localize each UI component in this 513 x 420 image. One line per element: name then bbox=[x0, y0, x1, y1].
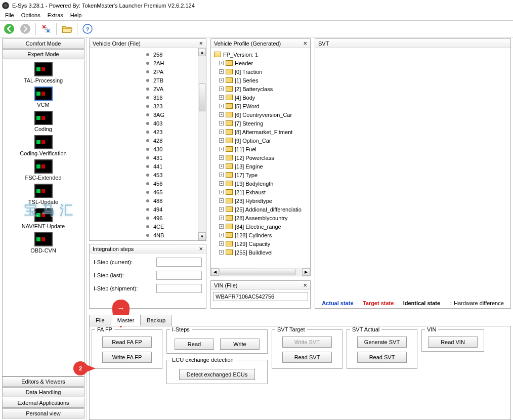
vo-item[interactable]: 2VA bbox=[91, 85, 205, 93]
close-icon[interactable]: × bbox=[199, 39, 203, 47]
sidebar-item-7[interactable]: OBD-CVN bbox=[4, 232, 83, 254]
detect-ecus-button[interactable]: Detect exchanged ECUs bbox=[179, 369, 255, 380]
nav-button-editors[interactable]: Editors & Viewers bbox=[2, 376, 84, 387]
vo-item[interactable]: 465 bbox=[91, 188, 205, 196]
isteps-write-button[interactable]: Write bbox=[220, 339, 260, 350]
vo-item[interactable]: 431 bbox=[91, 153, 205, 162]
read-svt-actual-button[interactable]: Read SVT bbox=[357, 352, 407, 363]
vo-item[interactable]: 323 bbox=[91, 102, 205, 110]
vp-item[interactable]: +[5] EWord bbox=[212, 102, 309, 110]
write-fa-fp-button[interactable]: Write FA FP bbox=[102, 352, 152, 363]
vo-item[interactable]: 316 bbox=[91, 93, 205, 102]
vp-item[interactable]: +[6] Countryversion_Car bbox=[212, 110, 309, 119]
vp-item[interactable]: +[0] Traction bbox=[212, 67, 309, 76]
vp-item[interactable]: +[21] Exhaust bbox=[212, 188, 309, 196]
read-svt-target-button[interactable]: Read SVT bbox=[282, 352, 332, 363]
istep-input-0[interactable] bbox=[156, 258, 202, 267]
menu-help[interactable]: Help bbox=[67, 11, 85, 20]
sidebar-item-0[interactable]: TAL-Processing bbox=[4, 62, 83, 83]
generate-svt-button[interactable]: Generate SVT bbox=[357, 337, 407, 348]
vp-item[interactable]: +[7] Steering bbox=[212, 119, 309, 128]
vo-item[interactable]: 4CE bbox=[91, 222, 205, 231]
read-vin-button[interactable]: Read VIN bbox=[428, 337, 478, 348]
vp-item[interactable]: +[19] Bodylength bbox=[212, 179, 309, 188]
istep-input-1[interactable] bbox=[156, 271, 202, 280]
menu-file[interactable]: File bbox=[2, 11, 17, 20]
vo-item[interactable]: 430 bbox=[91, 145, 205, 153]
vo-item[interactable]: 453 bbox=[91, 171, 205, 179]
open-folder-button[interactable] bbox=[60, 22, 74, 36]
vp-item[interactable]: +[17] Type bbox=[212, 171, 309, 179]
istep-label: I-Step (current): bbox=[94, 259, 133, 265]
vp-item[interactable]: +Header bbox=[212, 59, 309, 67]
back-button[interactable] bbox=[2, 22, 16, 36]
vo-item[interactable]: 494 bbox=[91, 205, 205, 214]
connect-button[interactable] bbox=[39, 22, 53, 36]
sidebar-item-1[interactable]: VCM bbox=[4, 87, 83, 108]
vin-legend: VIN bbox=[425, 326, 438, 332]
vo-item[interactable]: 2TB bbox=[91, 76, 205, 85]
sidebar-item-5[interactable]: TSL-Update bbox=[4, 184, 83, 205]
vo-item[interactable]: 2AH bbox=[91, 59, 205, 67]
svg-point-1 bbox=[20, 24, 30, 34]
vp-item[interactable]: +[34] Electric_range bbox=[212, 222, 309, 231]
vp-item[interactable]: +[23] Hybridtype bbox=[212, 196, 309, 205]
mode-button-comfort[interactable]: Comfort Mode bbox=[2, 38, 84, 49]
menu-options[interactable]: Options bbox=[18, 11, 44, 20]
vehicle-profile-tree[interactable]: FP_Version: 1+Header+[0] Traction+[1] Se… bbox=[211, 48, 310, 259]
vo-item[interactable]: 3AG bbox=[91, 110, 205, 119]
sidebar-item-2[interactable]: Coding bbox=[4, 111, 83, 132]
close-icon[interactable]: × bbox=[303, 281, 307, 289]
vp-item[interactable]: +[12] Powerclass bbox=[212, 153, 309, 162]
vehicle-profile-panel: Vehicle Profile (Generated) × FP_Version… bbox=[210, 38, 311, 276]
mode-button-expert[interactable]: Expert Mode bbox=[2, 49, 84, 59]
vo-item[interactable]: 423 bbox=[91, 128, 205, 136]
vp-item[interactable]: +[255] Buildlevel bbox=[212, 248, 309, 257]
vo-item[interactable]: 428 bbox=[91, 136, 205, 145]
vo-item[interactable]: 441 bbox=[91, 162, 205, 171]
vehicle-order-tree[interactable]: 2582AH2PA2TB2VA3163233AG4034234284304314… bbox=[90, 48, 206, 240]
vo-item[interactable]: 4NB bbox=[91, 231, 205, 239]
nav-button-personal[interactable]: Personal view bbox=[2, 408, 84, 418]
vo-item[interactable]: 258 bbox=[91, 50, 205, 59]
nav-button-data[interactable]: Data Handling bbox=[2, 387, 84, 397]
tab-backup[interactable]: Backup bbox=[140, 315, 172, 326]
read-fa-fp-button[interactable]: Read FA FP bbox=[102, 337, 152, 348]
vp-item[interactable]: +[129] Capacity bbox=[212, 239, 309, 248]
sidebar-item-6[interactable]: NAV/ENT-Update bbox=[4, 208, 83, 229]
nav-button-external[interactable]: External Applications bbox=[2, 398, 84, 408]
sidebar-item-4[interactable]: FSC-Extended bbox=[4, 159, 83, 181]
vo-item[interactable]: 2PA bbox=[91, 67, 205, 76]
help-button[interactable]: ? bbox=[80, 22, 95, 36]
vp-item[interactable]: +[1] Series bbox=[212, 76, 309, 85]
vo-item[interactable]: 403 bbox=[91, 119, 205, 128]
vcm-tabs: File Master Backup bbox=[89, 315, 172, 326]
vo-item[interactable]: 488 bbox=[91, 196, 205, 205]
vp-item[interactable]: +[2] Batteryclass bbox=[212, 85, 309, 93]
isteps-read-button[interactable]: Read bbox=[175, 339, 214, 350]
vo-item[interactable]: 496 bbox=[91, 214, 205, 222]
close-icon[interactable]: × bbox=[303, 39, 307, 47]
istep-input-2[interactable] bbox=[156, 284, 202, 293]
vp-item[interactable]: +[8] Aftermarket_Fitment bbox=[212, 128, 309, 136]
write-svt-button[interactable]: Write SVT bbox=[282, 337, 332, 348]
tab-master[interactable]: Master bbox=[111, 315, 141, 326]
vp-item[interactable]: +[4] Body bbox=[212, 93, 309, 102]
vp-root[interactable]: FP_Version: 1 bbox=[212, 50, 309, 59]
vo-item[interactable]: 456 bbox=[91, 179, 205, 188]
tab-file[interactable]: File bbox=[89, 315, 111, 326]
vp-item[interactable]: +[13] Engine bbox=[212, 162, 309, 171]
vehicle-order-panel: Vehicle Order (File) × 2582AH2PA2TB2VA31… bbox=[89, 38, 206, 241]
close-icon[interactable]: × bbox=[199, 245, 203, 253]
menu-extras[interactable]: Extras bbox=[45, 11, 66, 20]
vin-input[interactable] bbox=[213, 292, 308, 301]
vp-item[interactable]: +[11] Fuel bbox=[212, 145, 309, 153]
sidebar-item-3[interactable]: Coding-Verification bbox=[4, 135, 83, 156]
vp-item[interactable]: +[28] Assemblycountry bbox=[212, 214, 309, 222]
svt-panel: SVT Actual state Target state Identical … bbox=[315, 38, 511, 309]
vp-item[interactable]: +[25] Addional_differenciatio bbox=[212, 205, 309, 214]
vp-scrollbar[interactable]: ◀ ▶ bbox=[211, 268, 310, 276]
vo-scrollbar[interactable]: ▲ ▼ bbox=[198, 48, 206, 240]
vp-item[interactable]: +[9] Option_Car bbox=[212, 136, 309, 145]
vp-item[interactable]: +[128] Cylinders bbox=[212, 231, 309, 239]
